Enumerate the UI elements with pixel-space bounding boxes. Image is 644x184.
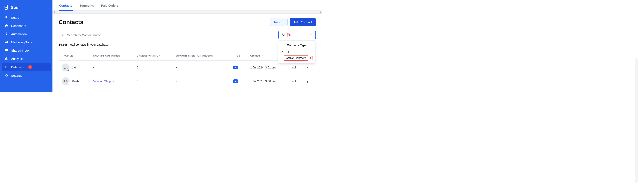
dropdown-item-label: All [286, 50, 289, 53]
sidebar: Spur Setup Dashboard Automation Marketin… [0, 0, 52, 92]
bar-chart-icon [4, 57, 8, 60]
sidebar-item-label: Shared Inbox [11, 49, 30, 52]
users-icon [4, 65, 8, 69]
svg-point-4 [235, 67, 235, 68]
sidebar-item-label: Analytics [11, 57, 24, 60]
content: Contacts Import Add Contact All 2 [52, 13, 322, 92]
contact-name: Rashi [72, 80, 80, 83]
sidebar-item-automation[interactable]: Automation [2, 30, 51, 38]
main: Contacts Segments Paid Orders Contacts I… [52, 0, 322, 92]
home-icon [4, 24, 8, 27]
annotation-badge-2: 2 [287, 33, 291, 37]
extra-value: null [289, 74, 303, 88]
brand-logo-icon [4, 5, 9, 10]
search-icon [62, 33, 65, 37]
sidebar-item-label: Setup [11, 16, 19, 19]
add-contact-button[interactable]: Add Contact [290, 18, 316, 26]
tab-contacts[interactable]: Contacts [59, 4, 73, 11]
contacts-count: 14,548 [59, 43, 68, 46]
lightning-icon [4, 32, 8, 36]
sidebar-item-label: Automation [11, 32, 27, 36]
contacts-count-text: total contacts in your database [70, 43, 109, 46]
import-button[interactable]: Import [270, 18, 288, 26]
table-row[interactable]: JA Jai - 0 - 1 Jul 2024, 3:51 pm null ⋮ [59, 61, 316, 74]
search-input[interactable] [67, 33, 272, 37]
horizontal-scrollbar[interactable] [52, 11, 322, 13]
table-row[interactable]: RA Rashi View on Shopify 0 - 1 Jul 2024,… [59, 74, 316, 88]
megaphone-icon [4, 40, 8, 44]
check-icon: ✓ [281, 50, 284, 53]
contacts-table: PROFILE SHOPIFY CUSTOMER ORDERS VIA SPUR… [59, 51, 316, 88]
col-orders: ORDERS VIA SPUR [134, 51, 174, 61]
graduation-cap-icon [4, 16, 8, 19]
svg-point-8 [235, 81, 235, 81]
sidebar-item-marketing[interactable]: Marketing Tools [2, 38, 51, 46]
page-title: Contacts [59, 19, 83, 25]
contacts-type-dropdown: Contacts Type ✓ All Active Contacts 3 [278, 40, 316, 63]
sidebar-item-analytics[interactable]: Analytics [2, 55, 51, 62]
svg-point-10 [236, 81, 236, 81]
nav: Setup Dashboard Automation Marketing Too… [2, 13, 51, 79]
chat-icon [4, 48, 8, 52]
row-menu-button[interactable]: ⋮ [306, 65, 310, 69]
whatsapp-icon [67, 68, 70, 72]
svg-point-0 [6, 66, 6, 67]
annotation-badge-3: 3 [309, 56, 313, 60]
col-tags: TAGS [230, 51, 248, 61]
svg-point-2 [62, 34, 64, 36]
sidebar-item-settings[interactable]: Settings [2, 72, 51, 79]
col-profile: PROFILE [59, 51, 90, 61]
sidebar-item-database[interactable]: Database 1 [2, 63, 51, 71]
sidebar-item-dashboard[interactable]: Dashboard [2, 22, 51, 30]
row-menu-button[interactable]: ⋮ [306, 79, 310, 83]
search-box[interactable] [59, 31, 275, 39]
filter-value: All [282, 33, 286, 37]
sidebar-item-inbox[interactable]: Shared Inbox [2, 46, 51, 54]
contact-name: Jai [72, 66, 76, 69]
dropdown-item-active-contacts[interactable]: Active Contacts [284, 55, 308, 61]
whatsapp-icon [67, 82, 70, 86]
sidebar-item-setup[interactable]: Setup [2, 13, 51, 21]
contacts-count-line[interactable]: 14,548 total contacts in your database [59, 43, 316, 46]
tab-paid-orders[interactable]: Paid Orders [100, 4, 119, 10]
tab-segments[interactable]: Segments [79, 4, 94, 10]
shopify-link[interactable]: View on Shopify [93, 80, 114, 83]
sidebar-badge: 1 [28, 65, 32, 69]
dropdown-item-all[interactable]: ✓ All [278, 49, 315, 55]
gear-icon [4, 74, 8, 77]
orders-value: 0 [134, 61, 174, 74]
contacts-type-filter[interactable]: All 2 Contacts Type ✓ All Active Contact… [278, 31, 316, 39]
sidebar-item-label: Database [11, 65, 24, 69]
avatar: JA [62, 63, 70, 71]
tag-chip[interactable] [233, 79, 238, 83]
col-shopify: SHOPIFY CUSTOMER [90, 51, 134, 61]
brand[interactable]: Spur [2, 2, 51, 13]
amount-value: - [173, 74, 230, 88]
created-value: 1 Jul 2024, 3:36 pm [248, 74, 289, 88]
amount-value: - [173, 61, 230, 74]
sidebar-item-label: Marketing Tools [11, 40, 33, 44]
sidebar-item-label: Settings [11, 74, 22, 77]
col-amount: AMOUNT SPENT ON ORDERS [173, 51, 230, 61]
shopify-value: - [93, 66, 94, 69]
dropdown-header: Contacts Type [278, 43, 315, 49]
sidebar-item-label: Dashboard [11, 24, 26, 27]
svg-point-1 [6, 66, 8, 67]
orders-value: 0 [134, 74, 174, 88]
brand-name: Spur [11, 5, 20, 10]
svg-point-6 [236, 67, 236, 68]
chevron-down-icon [310, 33, 312, 36]
avatar: RA [62, 77, 70, 85]
tag-chip[interactable] [233, 66, 238, 69]
tabs: Contacts Segments Paid Orders [52, 0, 322, 11]
